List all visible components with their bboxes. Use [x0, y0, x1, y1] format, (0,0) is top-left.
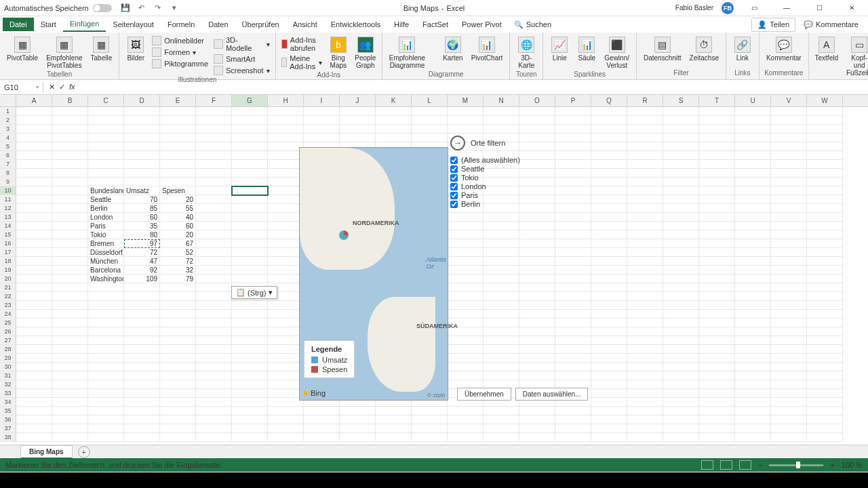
cell[interactable] — [88, 398, 124, 407]
cell[interactable] — [304, 415, 340, 424]
cell[interactable] — [52, 160, 88, 169]
cell[interactable] — [484, 415, 519, 424]
cell[interactable] — [627, 248, 663, 257]
cell[interactable] — [232, 160, 268, 169]
cell[interactable] — [52, 310, 88, 319]
tab-file[interactable]: Datei — [3, 18, 34, 31]
row-header[interactable]: 5 — [0, 142, 16, 151]
cell[interactable] — [771, 424, 807, 433]
cell[interactable] — [663, 345, 699, 354]
cell[interactable] — [124, 169, 160, 178]
cell[interactable] — [627, 142, 663, 151]
row-header[interactable]: 31 — [0, 371, 16, 380]
cell[interactable] — [735, 195, 771, 204]
cell[interactable] — [88, 107, 124, 116]
cell[interactable] — [591, 125, 627, 134]
row-header[interactable]: 24 — [0, 310, 16, 319]
cell[interactable] — [807, 116, 843, 125]
cell[interactable]: 35 — [124, 222, 160, 230]
cell[interactable] — [735, 336, 771, 345]
cell[interactable] — [412, 134, 448, 142]
cell[interactable] — [699, 142, 735, 151]
cell[interactable] — [484, 239, 519, 248]
cell[interactable] — [627, 407, 663, 415]
cell[interactable] — [627, 160, 663, 169]
column-header[interactable]: R — [627, 95, 663, 106]
cell[interactable] — [699, 107, 735, 116]
cell[interactable] — [484, 257, 519, 266]
cell[interactable] — [771, 151, 807, 160]
cell[interactable] — [663, 213, 699, 222]
cell[interactable]: Umsatz — [124, 186, 160, 195]
cell[interactable]: Seattle — [88, 195, 124, 204]
cell[interactable] — [699, 363, 735, 371]
cell[interactable] — [484, 319, 519, 327]
cell[interactable] — [16, 134, 52, 142]
row-header[interactable]: 12 — [0, 204, 16, 213]
cell[interactable] — [52, 142, 88, 151]
cell[interactable] — [52, 292, 88, 301]
filter-item[interactable]: Tokio — [450, 174, 586, 182]
cell[interactable] — [807, 433, 843, 442]
cell[interactable] — [124, 292, 160, 301]
cell[interactable] — [807, 134, 843, 142]
pivotchart-button[interactable]: 📊PivotChart — [469, 35, 506, 63]
cell[interactable] — [52, 213, 88, 222]
textbox-button[interactable]: ATextfeld — [813, 35, 840, 63]
filter-item[interactable]: London — [450, 182, 586, 190]
cell[interactable] — [232, 204, 268, 213]
cell[interactable] — [196, 380, 232, 389]
cell[interactable] — [663, 125, 699, 134]
cell[interactable] — [771, 107, 807, 116]
cell[interactable] — [627, 257, 663, 266]
cell[interactable] — [807, 160, 843, 169]
cell[interactable] — [735, 186, 771, 195]
cell[interactable] — [448, 301, 484, 310]
cell[interactable] — [735, 178, 771, 186]
cell[interactable] — [52, 125, 88, 134]
cell[interactable] — [124, 389, 160, 398]
minimize-button[interactable]: — — [774, 0, 799, 16]
cell[interactable] — [16, 301, 52, 310]
cell[interactable] — [196, 257, 232, 266]
cell[interactable] — [52, 134, 88, 142]
cell[interactable]: 60 — [124, 213, 160, 222]
cell[interactable] — [340, 125, 376, 134]
cell[interactable] — [807, 389, 843, 398]
cell[interactable] — [807, 125, 843, 134]
maximize-button[interactable]: ☐ — [807, 0, 831, 16]
cell[interactable] — [591, 283, 627, 292]
cell[interactable]: 40 — [160, 213, 196, 222]
cell[interactable] — [699, 134, 735, 142]
cell[interactable] — [591, 407, 627, 415]
cell[interactable] — [555, 319, 591, 327]
cell[interactable] — [232, 169, 268, 178]
cell[interactable] — [16, 151, 52, 160]
cell[interactable] — [232, 151, 268, 160]
cell[interactable] — [124, 345, 160, 354]
cell[interactable] — [807, 274, 843, 283]
cell[interactable] — [699, 151, 735, 160]
cell[interactable] — [88, 389, 124, 398]
cell[interactable] — [663, 354, 699, 363]
cell[interactable] — [771, 222, 807, 230]
cell[interactable] — [555, 213, 591, 222]
cell[interactable] — [448, 116, 484, 125]
cell[interactable] — [519, 336, 555, 345]
cell[interactable]: München — [88, 257, 124, 266]
cell[interactable] — [52, 336, 88, 345]
cell[interactable] — [627, 178, 663, 186]
cell[interactable] — [448, 107, 484, 116]
cell[interactable] — [268, 433, 304, 442]
cell[interactable] — [771, 310, 807, 319]
cell[interactable] — [735, 371, 771, 380]
cell[interactable] — [52, 151, 88, 160]
cell[interactable] — [16, 239, 52, 248]
cell[interactable] — [735, 107, 771, 116]
cell[interactable] — [52, 345, 88, 354]
cell[interactable] — [88, 336, 124, 345]
cell[interactable]: 55 — [160, 204, 196, 213]
cell[interactable] — [555, 301, 591, 310]
cell[interactable] — [484, 371, 519, 380]
cell[interactable] — [16, 363, 52, 371]
